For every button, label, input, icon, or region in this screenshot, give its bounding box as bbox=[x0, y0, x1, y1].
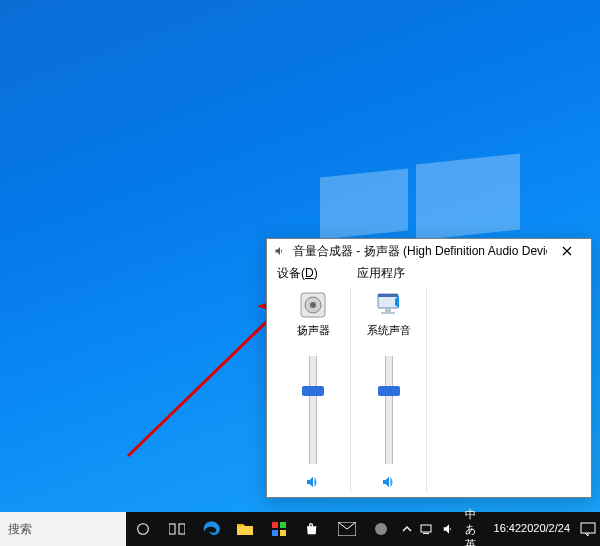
taskbar-search[interactable]: 搜索 bbox=[0, 512, 126, 546]
device-label: 扬声器 bbox=[297, 323, 330, 338]
volume-icon bbox=[273, 244, 287, 258]
task-view-button[interactable] bbox=[160, 512, 194, 546]
file-explorer-button[interactable] bbox=[228, 512, 262, 546]
svg-rect-5 bbox=[378, 294, 398, 297]
svg-point-3 bbox=[310, 302, 316, 308]
clock-date: 2020/2/24 bbox=[521, 522, 570, 535]
close-icon bbox=[562, 246, 572, 256]
edge-icon bbox=[202, 520, 220, 538]
ime-indicator[interactable]: 中 あ 英 bbox=[460, 512, 488, 546]
svg-rect-18 bbox=[423, 533, 429, 534]
app-column-system-sounds: 系统声音 bbox=[351, 286, 427, 493]
section-headers: 设备(D) 应用程序 bbox=[267, 263, 591, 282]
svg-point-8 bbox=[137, 524, 148, 535]
svg-rect-17 bbox=[421, 525, 431, 532]
device-volume-slider[interactable] bbox=[301, 356, 325, 464]
tray-chevron[interactable] bbox=[398, 512, 416, 546]
svg-rect-11 bbox=[272, 522, 278, 528]
folder-icon bbox=[236, 522, 254, 536]
system-sounds-icon[interactable] bbox=[373, 289, 405, 321]
notification-icon bbox=[580, 522, 596, 536]
svg-rect-12 bbox=[280, 522, 286, 528]
taskbar: 搜索 bbox=[0, 512, 600, 546]
svg-rect-6 bbox=[385, 308, 391, 312]
pinned-app-button[interactable] bbox=[364, 512, 398, 546]
svg-rect-13 bbox=[272, 530, 278, 536]
search-label: 搜索 bbox=[8, 521, 32, 538]
clock[interactable]: 16:42 2020/2/24 bbox=[488, 512, 576, 546]
titlebar[interactable]: 音量合成器 - 扬声器 (High Definition Audio Devic… bbox=[267, 239, 591, 263]
edge-button[interactable] bbox=[194, 512, 228, 546]
speaker-icon bbox=[305, 474, 321, 490]
device-header: 设备(D) bbox=[277, 265, 357, 282]
svg-rect-7 bbox=[381, 312, 395, 314]
window-title: 音量合成器 - 扬声器 (High Definition Audio Devic… bbox=[293, 243, 547, 260]
circle-icon bbox=[135, 521, 151, 537]
mail-button[interactable] bbox=[330, 512, 364, 546]
action-center-button[interactable] bbox=[576, 512, 600, 546]
svg-rect-19 bbox=[581, 523, 595, 533]
store-icon bbox=[305, 521, 321, 537]
desktop: 音量合成器 - 扬声器 (High Definition Audio Devic… bbox=[0, 0, 600, 546]
svg-rect-10 bbox=[179, 524, 185, 534]
svg-rect-9 bbox=[169, 524, 175, 534]
applications-header: 应用程序 bbox=[357, 265, 405, 282]
volume-mixer-window: 音量合成器 - 扬声器 (High Definition Audio Devic… bbox=[266, 238, 592, 498]
mixer-columns: 扬声器 bbox=[267, 282, 591, 497]
system-tray: 中 あ 英 16:42 2020/2/24 bbox=[398, 512, 600, 546]
app-icon bbox=[373, 521, 389, 537]
speaker-device-icon[interactable] bbox=[297, 289, 329, 321]
svg-point-16 bbox=[375, 523, 387, 535]
tray-volume[interactable] bbox=[438, 512, 460, 546]
clock-time: 16:42 bbox=[494, 522, 522, 535]
device-mute-button[interactable] bbox=[301, 472, 325, 492]
device-column: 扬声器 bbox=[275, 286, 351, 493]
app-mute-button[interactable] bbox=[377, 472, 401, 492]
volume-icon bbox=[442, 522, 456, 536]
svg-rect-14 bbox=[280, 530, 286, 536]
task-view-icon bbox=[169, 522, 185, 536]
speaker-icon bbox=[381, 474, 397, 490]
network-icon bbox=[420, 523, 434, 535]
close-button[interactable] bbox=[547, 239, 587, 263]
store-button[interactable] bbox=[296, 512, 330, 546]
cortana-button[interactable] bbox=[126, 512, 160, 546]
mail-icon bbox=[338, 522, 356, 536]
start-tiles-button[interactable] bbox=[262, 512, 296, 546]
chevron-up-icon bbox=[402, 524, 412, 534]
app-volume-slider[interactable] bbox=[377, 356, 401, 464]
tray-network[interactable] bbox=[416, 512, 438, 546]
tiles-icon bbox=[272, 522, 286, 536]
app-label: 系统声音 bbox=[367, 323, 411, 338]
